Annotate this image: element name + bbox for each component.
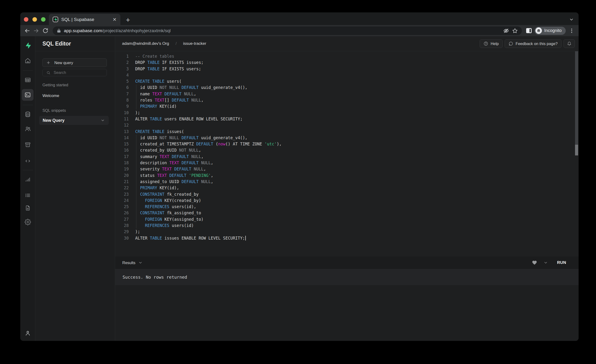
- sql-editor-icon[interactable]: [22, 89, 34, 101]
- editor-scrollbar-thumb[interactable]: [575, 51, 578, 145]
- editor-scrollbar-cursor-marker[interactable]: [575, 145, 578, 156]
- code-text: created_at TIMESTAMPTZ DEFAULT (now() AT…: [129, 141, 282, 147]
- code-line[interactable]: 25 REFERENCES users(id),: [115, 204, 579, 210]
- code-text: REFERENCES users(id),: [129, 204, 196, 210]
- breadcrumb-project[interactable]: issue-tracker: [183, 41, 206, 46]
- indent-guide: [136, 84, 136, 91]
- code-line[interactable]: 24 FOREIGN KEY(created_by): [115, 197, 579, 204]
- code-text: id UUID NOT NULL DEFAULT uuid_generate_v…: [129, 135, 247, 141]
- logs-icon[interactable]: [22, 190, 33, 201]
- code-line[interactable]: 23 CONSTRAINT fk_created_by: [115, 191, 579, 197]
- line-number: 5: [115, 78, 129, 84]
- code-line[interactable]: 22 PRIMARY KEY(id),: [115, 185, 579, 191]
- line-number: 23: [115, 191, 129, 197]
- code-line[interactable]: 2DROP TABLE IF EXISTS issues;: [115, 59, 579, 66]
- code-text: summary TEXT DEFAULT NULL,: [129, 154, 204, 160]
- code-line[interactable]: 30ALTER TABLE issues ENABLE ROW LEVEL SE…: [115, 235, 579, 241]
- run-options-chevron-icon[interactable]: [544, 260, 548, 265]
- authentication-icon[interactable]: [22, 124, 33, 134]
- table-editor-icon[interactable]: [22, 74, 33, 85]
- code-text: PRIMARY KEY(id),: [129, 185, 179, 191]
- run-button[interactable]: RUN: [557, 260, 566, 265]
- code-line[interactable]: 12: [115, 122, 579, 128]
- hide-password-icon[interactable]: [503, 28, 509, 34]
- help-button[interactable]: Help: [480, 39, 503, 48]
- home-icon[interactable]: [22, 55, 33, 66]
- forward-icon[interactable]: [33, 28, 39, 34]
- code-text: DROP TABLE IF EXISTS users;: [129, 66, 201, 72]
- api-docs-icon[interactable]: [22, 203, 33, 213]
- indent-guide: [136, 178, 136, 185]
- code-line[interactable]: 17 summary TEXT DEFAULT NULL,: [115, 154, 579, 160]
- incognito-badge[interactable]: Incognito: [535, 27, 566, 35]
- favorite-heart-icon[interactable]: [532, 260, 537, 265]
- code-line[interactable]: 21 assigned_to UUID DEFAULT NULL,: [115, 178, 579, 185]
- code-line[interactable]: 13CREATE TABLE issues(: [115, 128, 579, 135]
- address-bar[interactable]: app.supabase.com/project/azahtnhqohyjerz…: [53, 26, 522, 35]
- code-line[interactable]: 20 status TEXT DEFAULT 'PENDING',: [115, 172, 579, 178]
- code-line[interactable]: 8 roles TEXT[] DEFAULT NULL,: [115, 97, 579, 103]
- code-line[interactable]: 1-- Create tables: [115, 53, 579, 59]
- feedback-button[interactable]: Feedback on this page?: [505, 39, 561, 48]
- browser-tab[interactable]: SQL | Supabase ✕: [49, 14, 120, 25]
- reports-icon[interactable]: [22, 174, 33, 185]
- storage-icon[interactable]: [22, 139, 33, 150]
- code-line[interactable]: 19 severity TEXT DEFAULT NULL,: [115, 166, 579, 172]
- indent-guide: [136, 191, 136, 197]
- close-tab-icon[interactable]: ✕: [112, 17, 117, 22]
- code-line[interactable]: 7 name TEXT DEFAULT NULL,: [115, 91, 579, 97]
- sidebar-item-new-query[interactable]: New Query: [39, 116, 109, 125]
- line-number: 26: [115, 210, 129, 216]
- edge-functions-icon[interactable]: [22, 156, 33, 166]
- code-text: CONSTRAINT fk_assigned_to: [129, 210, 201, 216]
- code-line[interactable]: 27 FOREIGN KEY(assigned_to): [115, 216, 579, 223]
- code-line[interactable]: 4: [115, 72, 579, 78]
- project-settings-icon[interactable]: [22, 217, 33, 227]
- results-dropdown[interactable]: Results: [122, 260, 142, 265]
- code-line[interactable]: 11ALTER TABLE users ENABLE ROW LEVEL SEC…: [115, 116, 579, 122]
- browser-window: SQL | Supabase ✕ + app.supabase.com/proj…: [20, 12, 579, 341]
- code-text: name TEXT DEFAULT NULL,: [129, 91, 196, 97]
- incognito-label: Incognito: [544, 28, 562, 33]
- code-line[interactable]: 15 created_at TIMESTAMPTZ DEFAULT (now()…: [115, 141, 579, 147]
- new-query-button[interactable]: New query: [42, 58, 107, 67]
- code-line[interactable]: 3DROP TABLE IF EXISTS users;: [115, 66, 579, 72]
- code-text: [129, 72, 135, 78]
- code-line[interactable]: 26 CONSTRAINT fk_assigned_to: [115, 210, 579, 216]
- code-text: PRIMARY KEY(id): [129, 103, 177, 109]
- browser-menu-icon[interactable]: [569, 28, 575, 34]
- code-line[interactable]: 6 id UUID NOT NULL DEFAULT uuid_generate…: [115, 84, 579, 91]
- new-tab-button[interactable]: +: [126, 16, 130, 24]
- search-input[interactable]: Search: [42, 69, 107, 76]
- notifications-button[interactable]: [564, 39, 575, 48]
- sql-editor-sidebar: SQL Editor New query Search Getting star…: [35, 36, 115, 341]
- breadcrumb-org[interactable]: adam@windmill.dev's Org: [122, 41, 169, 46]
- side-panel-icon[interactable]: [526, 28, 532, 33]
- back-icon[interactable]: [24, 28, 30, 34]
- code-line[interactable]: 5CREATE TABLE users(: [115, 78, 579, 84]
- close-window-button[interactable]: [24, 17, 28, 22]
- code-line[interactable]: 29);: [115, 229, 579, 235]
- results-message-row: Success. No rows returned: [115, 269, 579, 285]
- sql-code-editor[interactable]: 1-- Create tables2DROP TABLE IF EXISTS i…: [115, 51, 579, 256]
- code-text: description TEXT DEFAULT NULL,: [129, 160, 213, 166]
- database-icon[interactable]: [22, 109, 33, 119]
- code-line[interactable]: 16 created_by UUID NOT NULL,: [115, 147, 579, 153]
- zoom-window-button[interactable]: [41, 17, 45, 22]
- bookmark-star-icon[interactable]: [512, 28, 518, 34]
- account-icon[interactable]: [22, 328, 33, 338]
- code-line[interactable]: 10);: [115, 110, 579, 116]
- code-line[interactable]: 9 PRIMARY KEY(id): [115, 103, 579, 109]
- sidebar-item-welcome[interactable]: Welcome: [42, 93, 111, 98]
- reload-icon[interactable]: [42, 28, 48, 34]
- code-line[interactable]: 14 id UUID NOT NULL DEFAULT uuid_generat…: [115, 135, 579, 141]
- minimize-window-button[interactable]: [32, 17, 37, 22]
- code-line[interactable]: 28 REFERENCES users(id): [115, 223, 579, 229]
- line-number: 18: [115, 160, 129, 166]
- code-line[interactable]: 18 description TEXT DEFAULT NULL,: [115, 160, 579, 166]
- chevron-down-icon[interactable]: [101, 118, 105, 123]
- line-number: 10: [115, 110, 129, 116]
- line-number: 9: [115, 103, 129, 109]
- tab-list-chevron-icon[interactable]: [569, 17, 574, 22]
- supabase-logo[interactable]: [22, 40, 33, 51]
